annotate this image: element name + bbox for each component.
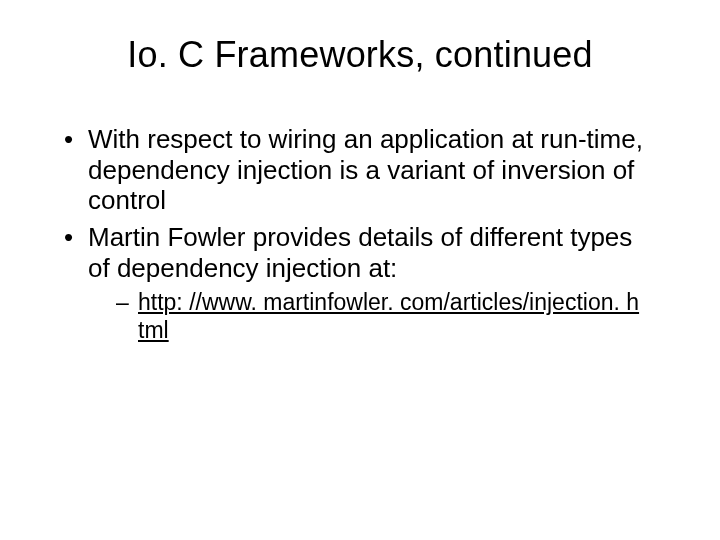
slide-title: Io. C Frameworks, continued [60, 34, 660, 76]
injection-article-link[interactable]: http: //www. martinfowler. com/articles/… [138, 289, 639, 343]
bullet-text: Martin Fowler provides details of differ… [88, 222, 632, 283]
sub-bullet-item: http: //www. martinfowler. com/articles/… [88, 289, 660, 344]
sub-bullet-list: http: //www. martinfowler. com/articles/… [88, 289, 660, 344]
bullet-item: With respect to wiring an application at… [60, 124, 660, 216]
bullet-text: With respect to wiring an application at… [88, 124, 643, 215]
bullet-item: Martin Fowler provides details of differ… [60, 222, 660, 345]
bullet-list: With respect to wiring an application at… [60, 124, 660, 345]
slide: Io. C Frameworks, continued With respect… [0, 0, 720, 540]
